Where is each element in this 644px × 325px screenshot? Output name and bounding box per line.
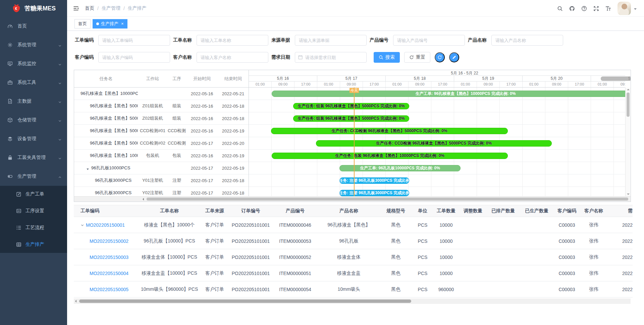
chevron-down-icon[interactable] xyxy=(80,223,84,227)
gantt-bar[interactable]: 生产任务: CCD检测 96孔移液盒【黑色】5000PCS 完成比例: 0% xyxy=(316,140,552,147)
gantt-task-station: Y01注塑机 xyxy=(138,177,167,183)
gantt-bar-label: 生产任务: CCD检测 96孔移液盒【黑色】5000PCS 完成比例: 0% xyxy=(331,128,447,134)
sidebar-subitem-production-scheduling[interactable]: 生产排产 xyxy=(0,236,67,253)
tab-0[interactable]: 首页 xyxy=(74,19,91,29)
gantt-task-row[interactable]: 96孔孔板3000PCSY01注塑机注塑2022-05-172022-05-18 xyxy=(74,174,249,187)
sidebar-subitem-process-flow[interactable]: 工艺流程 xyxy=(0,219,67,236)
scroll-left-arrow[interactable] xyxy=(143,198,144,201)
table-column-code: 工单编码 xyxy=(74,205,141,217)
gantt-task-name-text: 96孔移液盒【黑色】5000PCS xyxy=(90,103,138,109)
gantt-task-row[interactable]: 96孔移液盒【黑色】5000PCSZ01组装机组装2022-05-162022-… xyxy=(74,100,249,112)
sidebar-item-production-mgmt[interactable]: 生产管理 xyxy=(0,167,67,186)
gantt-bar[interactable]: 生产任务: 注塑 96孔孔板3000PCS 完成比例: 0% xyxy=(339,177,409,184)
gantt-task-row[interactable]: 96孔移液盒【黑色】10000PCS包装机包装2022-05-162022-05… xyxy=(74,150,249,162)
cell-spec: 黑色 xyxy=(377,217,414,233)
gantt-task-row[interactable]: 96孔孔板3000PCSY02注塑机注塑2022-05-172022-05-18 xyxy=(74,187,249,196)
gantt-task-row[interactable]: 96孔移液盒【黑色】10000PCS2022-05-162022-05-21 xyxy=(74,88,249,100)
sidebar-subitem-label: 生产工单 xyxy=(25,191,44,197)
search-button[interactable]: 搜索 xyxy=(374,52,400,63)
gantt-bar[interactable]: 生产任务: CCD检测 96孔移液盒【黑色】5000PCS 完成比例: 0% xyxy=(271,128,508,134)
sidebar-item-system-mgmt[interactable]: 系统管理 xyxy=(0,36,67,54)
work-order-link[interactable]: MO202205150001 xyxy=(86,222,125,228)
sidebar-subitem-production-order[interactable]: 生产工单 xyxy=(0,186,67,203)
cell-product_name: 96孔孔板 xyxy=(320,233,377,249)
gantt-vertical-scrollbar[interactable] xyxy=(625,88,631,196)
gantt-bar[interactable]: 生产任务: 组装 96孔移液盒【黑色】5000PCS 完成比例: 0% xyxy=(293,103,409,109)
filter-customer-name: 客户名称 xyxy=(173,52,268,63)
sidebar-item-system-monitor[interactable]: 系统监控 xyxy=(0,54,67,73)
filter-input-customer-code[interactable] xyxy=(98,52,170,63)
triangle-down-icon[interactable] xyxy=(86,167,89,170)
gantt-hour-label: 17:00 xyxy=(363,82,386,87)
cell-scheduled_qty xyxy=(485,281,522,297)
work-order-link[interactable]: MO202205150002 xyxy=(90,238,128,244)
filter-input-wrap xyxy=(98,52,170,63)
sidebar-item-equipment-mgmt[interactable]: 设备管理 xyxy=(0,129,67,148)
fullscreen-icon[interactable] xyxy=(593,6,599,11)
filter-input-product-name[interactable] xyxy=(491,35,563,46)
filter-input-source-doc[interactable] xyxy=(295,35,367,46)
table-column-adj_qty: 调整数量 xyxy=(461,205,485,217)
horizontal-scroll-thumb[interactable] xyxy=(79,300,411,303)
font-size-icon[interactable] xyxy=(605,6,611,11)
app-logo[interactable]: 苦糖果MES xyxy=(0,0,67,17)
sidebar-item-home[interactable]: 首页 xyxy=(0,17,67,36)
work-order-link[interactable]: MO202205150003 xyxy=(90,255,128,260)
sidebar-item-fixture-mgmt[interactable]: 工装夹具管理 xyxy=(0,148,67,167)
cell-code: MO202205150004 xyxy=(74,265,141,281)
filter-input-need-date[interactable] xyxy=(295,52,367,63)
table-column-product_code: 产品编号 xyxy=(270,205,320,217)
sidebar-item-master-data[interactable]: 主数据 xyxy=(0,92,67,111)
gantt-task-row[interactable]: 96孔移液盒【黑色】5000PCSCCD检测#01CCD检测2022-05-16… xyxy=(74,125,249,137)
close-icon[interactable]: × xyxy=(121,21,124,26)
sidebar-item-system-tools[interactable]: 系统工具 xyxy=(0,73,67,92)
filter-input-wrap xyxy=(197,35,268,46)
caret-down-icon[interactable] xyxy=(634,8,637,11)
gantt-hour-label: 17:00 xyxy=(500,82,523,87)
gantt-task-row[interactable]: 96孔移液盒【黑色】5000PCSZ02组装机组装2022-05-162022-… xyxy=(74,112,249,125)
avatar[interactable] xyxy=(618,2,631,15)
topbar-actions xyxy=(557,0,637,17)
sidebar-subitem-process-settings[interactable]: 工序设置 xyxy=(0,203,67,219)
gantt-horizontal-scrollbar[interactable] xyxy=(74,196,631,202)
gantt-task-row[interactable]: 96孔孔板10000PCS2022-05-172022-05-19 xyxy=(74,162,249,174)
filter-input-order-name[interactable] xyxy=(197,35,268,46)
breadcrumb-item: 生产管理 xyxy=(102,5,120,11)
gantt-header-scroll-thumb[interactable] xyxy=(601,76,631,81)
gantt-bar[interactable]: 生产任务: 包装 96孔移液盒【黑色】10000PCS 完成比例: 0% xyxy=(272,153,508,159)
gantt-bar[interactable]: 生产任务: 组装 96孔移液盒【黑色】5000PCS 完成比例: 0% xyxy=(293,115,409,122)
table-horizontal-scrollbar[interactable] xyxy=(74,299,631,304)
github-icon[interactable] xyxy=(569,6,575,11)
gantt-bar[interactable]: 生产工单: 96孔孔板10000PCS 完成比例: 0% xyxy=(339,165,461,171)
gantt-task-end: 2022-05-19 xyxy=(218,153,249,158)
horizontal-scroll-thumb[interactable] xyxy=(147,198,628,201)
reset-button[interactable]: 重置 xyxy=(404,52,430,63)
scroll-up-arrow[interactable] xyxy=(627,89,630,90)
breadcrumb-item[interactable]: 首页 xyxy=(85,5,94,11)
gantt-day-band: 5月 165月 175月 185月 195月 205月 215月 22 xyxy=(249,76,625,82)
sidebar-item-warehouse-mgmt[interactable]: 仓储管理 xyxy=(0,111,67,129)
logo-icon xyxy=(11,3,21,13)
search-icon[interactable] xyxy=(557,6,563,11)
vertical-scroll-thumb[interactable] xyxy=(627,93,630,117)
filter-input-product-code[interactable] xyxy=(393,35,465,46)
gantt-task-name: 96孔移液盒【黑色】5000PCS xyxy=(74,128,138,134)
edit-mode-button[interactable] xyxy=(449,52,459,62)
hamburger-icon[interactable] xyxy=(73,6,79,11)
work-order-link[interactable]: MO202205150004 xyxy=(90,271,128,276)
gantt-task-station: Y02注塑机 xyxy=(138,190,167,196)
work-order-link[interactable]: MO202205150005 xyxy=(90,287,128,292)
gantt-task-row[interactable]: 96孔移液盒【黑色】5000PCSCCD检测#02CCD检测2022-05-17… xyxy=(74,137,249,150)
refresh-button[interactable] xyxy=(435,52,445,62)
gantt-bar[interactable]: 生产任务: 注塑 96孔孔板3000PCS 完成比例: 0% xyxy=(339,190,409,196)
chevron-down-icon xyxy=(58,118,62,122)
edit-icon xyxy=(16,192,21,197)
scroll-down-arrow[interactable] xyxy=(627,194,630,195)
tab-active[interactable]: 生产排产× xyxy=(93,19,127,29)
filter-input-order-code[interactable] xyxy=(98,35,170,46)
gantt-bar[interactable]: 生产工单: 96孔移液盒【黑色】10000PCS 完成比例: 0% xyxy=(272,91,625,97)
help-icon[interactable] xyxy=(581,6,587,11)
scroll-left-arrow[interactable] xyxy=(75,300,76,303)
filter-input-customer-name[interactable] xyxy=(197,52,268,63)
toggle-icon xyxy=(7,174,13,179)
